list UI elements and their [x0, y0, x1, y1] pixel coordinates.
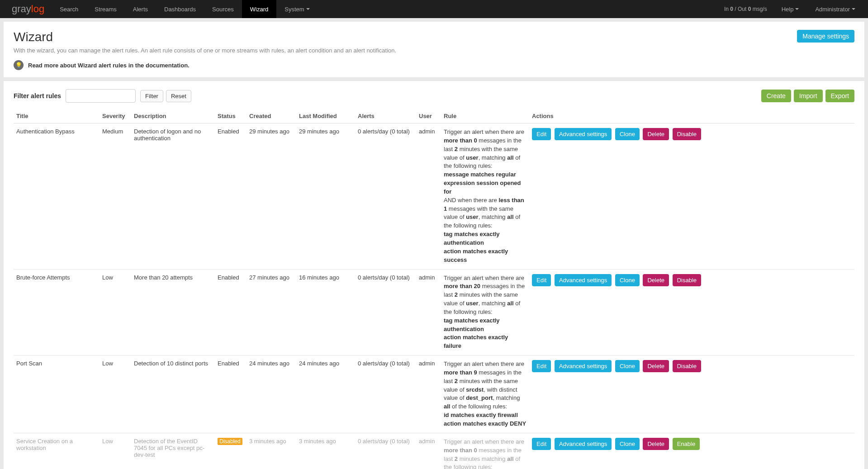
clone-button[interactable]: Clone [615, 360, 640, 372]
caret-down-icon [852, 8, 855, 10]
page-description: With the wizard, you can manage the aler… [14, 47, 854, 54]
edit-button[interactable]: Edit [532, 128, 551, 140]
col-last-modified[interactable]: Last Modified [296, 109, 355, 123]
cell-last-modified: 24 minutes ago [296, 355, 355, 433]
cell-alerts: 0 alerts/day (0 total) [355, 123, 416, 270]
edit-button[interactable]: Edit [532, 360, 551, 372]
nav-help-label: Help [782, 6, 794, 13]
cell-actions: Edit Advanced settings Clone Delete Disa… [529, 355, 854, 433]
status-text: Enabled [218, 128, 239, 135]
col-rule[interactable]: Rule [441, 109, 529, 123]
cell-severity: Low [100, 269, 131, 355]
cell-user: admin [416, 123, 441, 270]
logo-gray: gray [12, 3, 31, 14]
content-panel: Filter alert rules Filter Reset Create I… [4, 81, 864, 469]
col-severity[interactable]: Severity [100, 109, 131, 123]
page-title: Wizard [14, 30, 854, 44]
doc-row: 💡 Read more about Wizard alert rules in … [14, 60, 854, 70]
doc-link[interactable]: Read more about Wizard alert rules in th… [28, 62, 190, 69]
delete-button[interactable]: Delete [643, 360, 669, 372]
col-user[interactable]: User [416, 109, 441, 123]
col-title[interactable]: Title [14, 109, 100, 123]
create-button[interactable]: Create [761, 90, 791, 102]
cell-description: Detection of 10 distinct ports [131, 355, 215, 433]
filter-input[interactable] [66, 89, 136, 103]
nav-item-streams[interactable]: Streams [86, 0, 124, 18]
cell-actions: Edit Advanced settings Clone Delete Enab… [529, 433, 854, 469]
advanced-settings-button[interactable]: Advanced settings [555, 360, 612, 372]
col-description[interactable]: Description [131, 109, 215, 123]
cell-alerts: 0 alerts/day (0 total) [355, 433, 416, 469]
cell-title: Port Scan [14, 355, 100, 433]
reset-button[interactable]: Reset [166, 90, 191, 102]
delete-button[interactable]: Delete [643, 438, 669, 450]
logo-log: log [31, 3, 44, 14]
clone-button[interactable]: Clone [615, 438, 640, 450]
cell-last-modified: 16 minutes ago [296, 269, 355, 355]
cell-actions: Edit Advanced settings Clone Delete Disa… [529, 123, 854, 270]
advanced-settings-button[interactable]: Advanced settings [555, 438, 612, 450]
nav-item-dashboards[interactable]: Dashboards [156, 0, 204, 18]
filter-row: Filter alert rules Filter Reset Create I… [14, 89, 854, 103]
col-status[interactable]: Status [215, 109, 247, 123]
manage-settings-button[interactable]: Manage settings [797, 30, 854, 43]
delete-button[interactable]: Delete [643, 128, 669, 140]
cell-user: admin [416, 269, 441, 355]
table-row: Port Scan Low Detection of 10 distinct p… [14, 355, 854, 433]
disable-button[interactable]: Disable [673, 274, 701, 286]
disable-button[interactable]: Disable [673, 360, 701, 372]
import-button[interactable]: Import [794, 90, 823, 102]
page-header: Wizard With the wizard, you can manage t… [4, 22, 864, 77]
nav-item-system[interactable]: System [276, 0, 318, 18]
nav-help[interactable]: Help [773, 0, 807, 18]
cell-description: More than 20 attempts [131, 269, 215, 355]
lightbulb-icon: 💡 [14, 60, 24, 70]
nav-item-sources[interactable]: Sources [204, 0, 242, 18]
status-badge: Disabled [218, 438, 242, 445]
enable-button[interactable]: Enable [673, 438, 700, 450]
caret-down-icon [795, 8, 799, 10]
disable-button[interactable]: Disable [673, 128, 701, 140]
col-alerts[interactable]: Alerts [355, 109, 416, 123]
cell-description: Detection of logon and no authentication [131, 123, 215, 270]
export-button[interactable]: Export [825, 90, 854, 102]
status-text: Enabled [218, 274, 239, 281]
nav-item-search[interactable]: Search [52, 0, 86, 18]
nav-right: In 0 / Out 0 msg/s Help Administrator [718, 0, 863, 18]
status-text: Enabled [218, 360, 239, 367]
nav-user[interactable]: Administrator [807, 0, 863, 18]
nav-item-wizard[interactable]: Wizard [242, 0, 276, 18]
cell-rule: Trigger an alert when there are more tha… [441, 355, 529, 433]
table-header-row: Title Severity Description Status Create… [14, 109, 854, 123]
clone-button[interactable]: Clone [615, 128, 640, 140]
clone-button[interactable]: Clone [615, 274, 640, 286]
advanced-settings-button[interactable]: Advanced settings [555, 128, 612, 140]
cell-actions: Edit Advanced settings Clone Delete Disa… [529, 269, 854, 355]
cell-last-modified: 29 minutes ago [296, 123, 355, 270]
table-row: Authentication Bypass Medium Detection o… [14, 123, 854, 270]
cell-user: admin [416, 355, 441, 433]
nav-user-label: Administrator [815, 6, 850, 13]
delete-button[interactable]: Delete [643, 274, 669, 286]
cell-created: 24 minutes ago [247, 355, 296, 433]
cell-created: 27 minutes ago [247, 269, 296, 355]
cell-user: admin [416, 433, 441, 469]
cell-alerts: 0 alerts/day (0 total) [355, 269, 416, 355]
cell-rule: Trigger an alert when there are more tha… [441, 433, 529, 469]
nav-item-alerts[interactable]: Alerts [125, 0, 156, 18]
cell-severity: Low [100, 433, 131, 469]
advanced-settings-button[interactable]: Advanced settings [555, 274, 612, 286]
rules-table: Title Severity Description Status Create… [14, 109, 854, 469]
cell-severity: Low [100, 355, 131, 433]
logo[interactable]: graylog [5, 3, 52, 15]
filter-button[interactable]: Filter [140, 90, 163, 102]
toolbar-right: Create Import Export [761, 90, 854, 102]
table-row: Service Creation on a workstation Low De… [14, 433, 854, 469]
edit-button[interactable]: Edit [532, 438, 551, 450]
cell-created: 29 minutes ago [247, 123, 296, 270]
edit-button[interactable]: Edit [532, 274, 551, 286]
cell-rule: Trigger an alert when there are more tha… [441, 269, 529, 355]
col-actions[interactable]: Actions [529, 109, 854, 123]
col-created[interactable]: Created [247, 109, 296, 123]
table-row: Brute-force Attempts Low More than 20 at… [14, 269, 854, 355]
